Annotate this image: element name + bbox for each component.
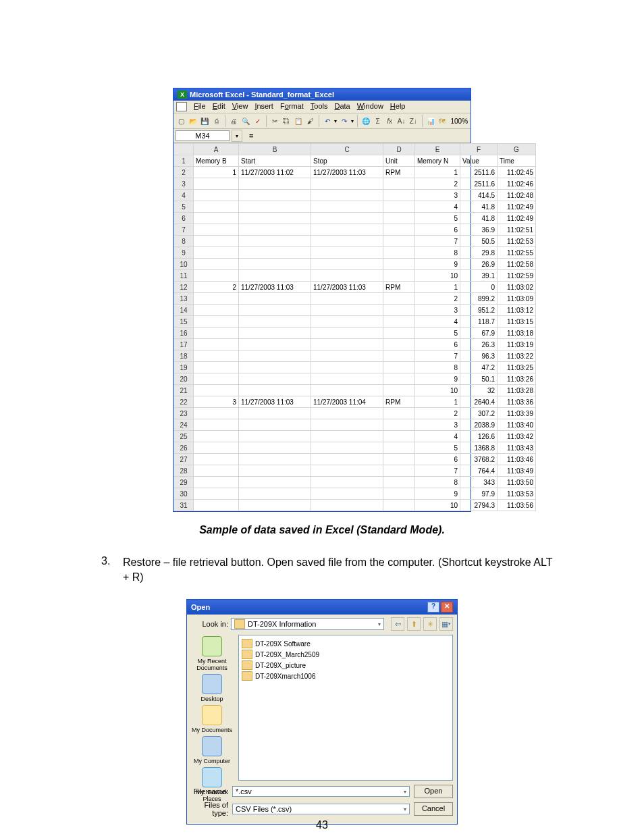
cancel-button[interactable]: Cancel — [414, 802, 453, 816]
menu-file[interactable]: File — [194, 102, 206, 111]
figure-caption: Sample of data saved in Excel (Standard … — [88, 524, 556, 536]
look-in-row: Look in: DT-209X Information ▾ ⇦ ⬆ ✳ ▦▾ — [187, 615, 457, 633]
folder-item[interactable]: DT-209X_March2509 — [242, 649, 450, 660]
hyperlink-icon[interactable]: 🌐 — [361, 115, 371, 127]
chevron-down-icon: ▾ — [404, 806, 406, 812]
views-icon[interactable]: ▦▾ — [439, 617, 453, 631]
filetype-label: Files of type: — [191, 801, 228, 817]
folder-icon — [242, 639, 252, 648]
formula-bar: M34 ▾ = — [173, 129, 471, 143]
paste-icon[interactable]: 📋 — [294, 115, 304, 127]
spreadsheet-grid[interactable]: ABCDEFG1Memory BStartStopUnitMemory NVal… — [173, 143, 471, 511]
folder-item[interactable]: DT-209X_picture — [242, 660, 450, 671]
function-icon[interactable]: fx — [385, 115, 395, 127]
close-button[interactable]: ✕ — [441, 602, 453, 613]
page-number: 43 — [0, 819, 644, 831]
name-box-dropdown-icon[interactable]: ▾ — [232, 130, 242, 142]
up-one-level-icon[interactable]: ⬆ — [407, 617, 421, 631]
excel-window: X Microsoft Excel - Standard_format_Exce… — [173, 88, 471, 512]
folder-icon — [242, 660, 252, 670]
filename-label: File name: — [191, 787, 228, 796]
place-icon — [202, 636, 222, 656]
folder-icon — [234, 619, 245, 629]
look-in-select[interactable]: DT-209X Information ▾ — [231, 618, 384, 630]
excel-app-icon: X — [178, 90, 187, 99]
copy-icon[interactable]: ⿻ — [281, 115, 292, 127]
places-item[interactable]: My Recent Documents — [187, 636, 237, 671]
folder-icon — [242, 671, 252, 681]
formula-equals: = — [242, 132, 260, 140]
places-item[interactable]: My Documents — [192, 705, 232, 733]
save-icon[interactable]: 💾 — [200, 115, 210, 127]
dialog-title: Open — [191, 603, 210, 611]
place-icon — [202, 736, 222, 756]
place-icon — [202, 705, 222, 725]
new-icon[interactable]: ▢ — [176, 115, 186, 127]
open-dialog: Open ? ✕ Look in: DT-209X Information ▾ … — [186, 599, 458, 825]
place-icon — [202, 674, 222, 694]
map-icon[interactable]: 🗺 — [437, 115, 448, 127]
folder-icon — [242, 650, 252, 659]
menu-edit[interactable]: Edit — [213, 102, 225, 111]
folder-item[interactable]: DT-209X Software — [242, 638, 450, 649]
chevron-down-icon: ▾ — [378, 621, 381, 627]
format-painter-icon[interactable]: 🖌 — [305, 115, 315, 127]
open-icon[interactable]: 📂 — [188, 115, 198, 127]
chart-icon[interactable]: 📊 — [425, 115, 435, 127]
dialog-titlebar: Open ? ✕ — [187, 600, 457, 615]
menu-window[interactable]: Window — [357, 102, 383, 111]
name-box[interactable]: M34 — [176, 130, 230, 141]
cut-icon[interactable]: ✂ — [270, 115, 280, 127]
redo-icon[interactable]: ↷ — [339, 115, 349, 127]
excel-titlebar: X Microsoft Excel - Standard_format_Exce… — [173, 88, 471, 101]
place-icon — [202, 767, 222, 787]
folder-item[interactable]: DT-209Xmarch1006 — [242, 671, 450, 681]
menubar: File Edit View Insert Format Tools Data … — [173, 101, 471, 113]
help-button[interactable]: ? — [427, 602, 439, 613]
back-icon[interactable]: ⇦ — [391, 617, 404, 631]
new-folder-icon[interactable]: ✳ — [423, 617, 437, 631]
look-in-label: Look in: — [191, 620, 228, 628]
menu-insert[interactable]: Insert — [254, 102, 273, 111]
list-number: 3. — [101, 555, 115, 584]
doc-icon — [176, 102, 187, 111]
body-paragraph: 3. Restore – file retrieval button. Open… — [101, 555, 556, 584]
print-preview-icon[interactable]: 🖨 — [229, 115, 239, 127]
search-icon[interactable]: 🔍 — [241, 115, 251, 127]
menu-view[interactable]: View — [232, 102, 248, 111]
sort-desc-icon[interactable]: Z↓ — [408, 115, 419, 127]
menu-help[interactable]: Help — [390, 102, 406, 111]
dialog-bottom: File name: *.csv ▾ Open Files of type: C… — [187, 782, 457, 824]
sort-asc-icon[interactable]: A↓ — [396, 115, 406, 127]
places-item[interactable]: Desktop — [200, 674, 223, 702]
print-icon[interactable]: ⎙ — [212, 115, 222, 127]
menu-data[interactable]: Data — [334, 102, 350, 111]
places-bar: My Recent DocumentsDesktopMy DocumentsMy… — [187, 633, 237, 782]
places-item[interactable]: My Network Places — [187, 767, 237, 802]
filename-input[interactable]: *.csv ▾ — [232, 786, 410, 797]
toolbar: ▢ 📂 💾 ⎙ 🖨 🔍 ✓ ✂ ⿻ 📋 🖌 ↶ ▾ ↷ ▾ 🌐 Σ fx A↓ … — [173, 113, 471, 129]
zoom-value[interactable]: 100% — [450, 118, 468, 125]
document-page: X Microsoft Excel - Standard_format_Exce… — [0, 0, 644, 834]
autosum-icon[interactable]: Σ — [373, 115, 383, 127]
places-item[interactable]: My Computer — [194, 736, 230, 764]
undo-icon[interactable]: ↶ — [323, 115, 333, 127]
menu-tools[interactable]: Tools — [311, 102, 328, 111]
open-button[interactable]: Open — [414, 785, 453, 798]
filetype-select[interactable]: CSV Files (*.csv) ▾ — [232, 804, 410, 814]
file-list[interactable]: DT-209X SoftwareDT-209X_March2509DT-209X… — [238, 635, 453, 781]
menu-format[interactable]: Format — [280, 102, 304, 111]
paragraph-text: Restore – file retrieval button. Open sa… — [123, 555, 556, 584]
excel-title-text: Microsoft Excel - Standard_format_Excel — [190, 90, 334, 99]
chevron-down-icon: ▾ — [404, 789, 406, 795]
look-in-value: DT-209X Information — [248, 620, 317, 628]
spellcheck-icon[interactable]: ✓ — [252, 115, 263, 127]
